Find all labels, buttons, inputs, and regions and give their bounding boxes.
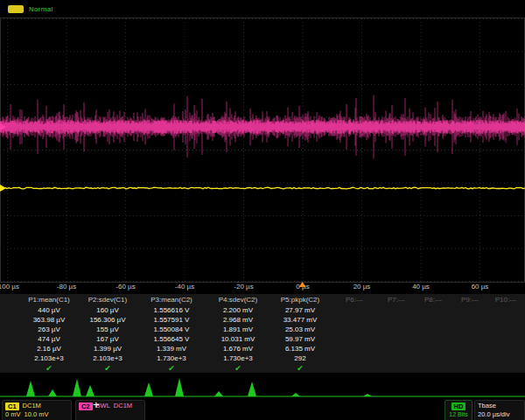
measure-header-6[interactable]: P6:--- — [331, 296, 378, 304]
measure-value: 1.399 µV — [79, 345, 136, 353]
timebase-descriptor[interactable]: Tbase 20.0 µs/div — [474, 400, 525, 420]
measure-value: 1.676 mV — [206, 345, 270, 353]
measure-value: 167 µV — [79, 335, 136, 343]
measure-row: 440 µV160 µV1.556616 V2.200 mV27.97 mV — [19, 305, 525, 315]
measure-value: 1.730e+3 — [206, 354, 270, 362]
timebase-label: Tbase — [478, 402, 496, 410]
time-label: -60 µs — [116, 283, 135, 290]
measure-table: P1:mean(C1)P2:sdev(C1)P3:mean(C2)P4:sdev… — [0, 294, 525, 373]
c2-label: C2 — [79, 402, 93, 410]
c1-offset: 0 mV — [5, 410, 21, 419]
measure-header-3[interactable]: P3:mean(C2) — [136, 296, 206, 304]
hd-bits: 12 Bits — [449, 410, 467, 419]
time-label: -40 µs — [175, 283, 194, 290]
measure-status-ok: ✔ — [206, 364, 270, 373]
time-label: -80 µs — [57, 283, 76, 290]
top-status-bar: Normal — [0, 0, 525, 18]
measure-value: 25.03 mV — [270, 326, 331, 333]
measure-status-ok: ✔ — [19, 364, 79, 373]
measure-value: 156.306 µV — [79, 316, 136, 324]
time-label: 20 µs — [354, 283, 371, 290]
c2-offset-marker[interactable] — [0, 123, 6, 130]
measure-value: 1.730e+3 — [136, 354, 206, 362]
measure-value: 1.891 mV — [206, 326, 270, 333]
measure-value: 2.968 mV — [206, 316, 270, 324]
measure-value: 263 µV — [19, 326, 79, 333]
measure-value: 1.550084 V — [136, 326, 206, 333]
hd-badge-box: HD 12 Bits — [444, 400, 472, 420]
measure-row: 363.98 µV156.306 µV1.557591 V2.968 mV33.… — [19, 315, 525, 325]
measure-status-ok: ✔ — [79, 364, 136, 373]
measure-value: 363.98 µV — [19, 316, 79, 324]
timebase-scale: 20.0 µs/div — [478, 410, 509, 419]
measure-value: 474 µV — [19, 335, 79, 343]
measure-value: 2.200 mV — [206, 306, 270, 314]
measure-row: P1:mean(C1)P2:sdev(C1)P3:mean(C2)P4:sdev… — [19, 294, 525, 305]
measure-row: 263 µV155 µV1.550084 V1.891 mV25.03 mV — [19, 325, 525, 334]
measure-value: 1.556645 V — [136, 335, 206, 343]
measure-status-ok: ✔ — [136, 364, 206, 373]
measure-value: 10.031 mV — [206, 335, 270, 343]
measure-value: 27.97 mV — [270, 306, 331, 314]
descriptor-bar: C1 DC1M 0 mV 10.0 mV C2 BWL DC1M + HD 12… — [0, 399, 525, 420]
measure-header-10[interactable]: P10:--- — [488, 296, 523, 304]
c1-descriptor[interactable]: C1 DC1M 0 mV 10.0 mV — [2, 400, 72, 420]
measure-row: 2.16 µV1.399 µV1.339 mV1.676 mV6.135 mV — [19, 344, 525, 354]
measure-trend — [0, 373, 525, 401]
measure-value: 292 — [270, 354, 331, 362]
c2-coupling: DC1M — [114, 402, 132, 410]
trigger-time-marker[interactable] — [299, 282, 306, 287]
time-label: 60 µs — [472, 283, 489, 290]
measure-header-9[interactable]: P9:--- — [452, 296, 488, 304]
measure-row: 2.103e+32.103e+31.730e+31.730e+3292 — [19, 354, 525, 363]
measure-header-5[interactable]: P5:pkpk(C2) — [270, 296, 331, 304]
c1-coupling: DC1M — [23, 402, 41, 410]
hd-badge: HD — [452, 402, 466, 410]
measure-header-8[interactable]: P8:--- — [415, 296, 452, 304]
measure-value: 2.103e+3 — [79, 354, 136, 362]
c1-scale: 10.0 mV — [24, 410, 49, 419]
measure-status-ok: ✔ — [270, 364, 331, 373]
measure-value: 59.97 mV — [270, 335, 331, 343]
measure-value: 2.103e+3 — [19, 354, 79, 362]
c1-label: C1 — [5, 402, 19, 410]
time-label: -20 µs — [234, 283, 253, 290]
measure-value: 1.339 mV — [136, 345, 206, 353]
grid-svg — [0, 18, 525, 290]
measure-value: 155 µV — [79, 326, 136, 333]
oscilloscope-screen: Normal -100 µs-80 µs-60 µs-40 µs-20 µs0 … — [0, 0, 525, 420]
measure-value: 33.477 mV — [270, 316, 331, 324]
measure-value: 1.556616 V — [136, 306, 206, 314]
time-label: -100 µs — [0, 283, 19, 290]
time-label: 40 µs — [412, 283, 430, 290]
measure-header-1[interactable]: P1:mean(C1) — [19, 296, 79, 304]
measure-value: 440 µV — [19, 306, 79, 314]
acquisition-status-text: Normal — [29, 5, 53, 13]
measure-row: ✔✔✔✔✔ — [19, 363, 525, 373]
measure-value: 1.557591 V — [136, 316, 206, 324]
measure-value: 160 µV — [79, 306, 136, 314]
measure-header-4[interactable]: P4:sdev(C2) — [206, 296, 270, 304]
measure-row: 474 µV167 µV1.556645 V10.031 mV59.97 mV — [19, 334, 525, 344]
mouse-cursor: + — [93, 398, 100, 411]
waveform-display[interactable]: -100 µs-80 µs-60 µs-40 µs-20 µs0 µs20 µs… — [0, 18, 525, 290]
measure-value: 2.16 µV — [19, 345, 79, 353]
measure-header-7[interactable]: P7:--- — [378, 296, 415, 304]
measure-header-2[interactable]: P2:sdev(C1) — [79, 296, 136, 304]
c1-offset-marker[interactable] — [0, 185, 6, 192]
measure-value: 6.135 mV — [270, 345, 331, 353]
acquisition-status-icon — [8, 5, 24, 13]
c2-descriptor[interactable]: C2 BWL DC1M — [75, 400, 145, 420]
